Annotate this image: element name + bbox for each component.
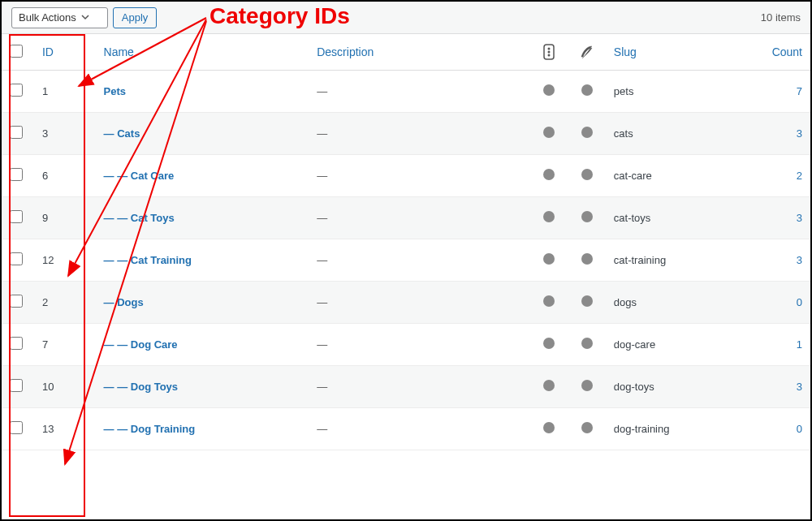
status-dot[interactable] xyxy=(530,408,568,450)
row-count[interactable]: 3 xyxy=(742,197,810,239)
select-all-header[interactable] xyxy=(2,34,34,71)
row-checkbox[interactable] xyxy=(10,337,23,350)
feather-dot[interactable] xyxy=(568,239,606,282)
category-link[interactable]: — — Cat Toys xyxy=(104,212,175,224)
row-count[interactable]: 1 xyxy=(742,324,810,366)
bulk-actions-select[interactable]: Bulk Actions xyxy=(11,7,108,28)
status-dot[interactable] xyxy=(530,282,568,324)
status-dot[interactable] xyxy=(530,366,568,408)
category-link[interactable]: — Dogs xyxy=(104,296,144,308)
apply-button[interactable]: Apply xyxy=(113,7,158,28)
row-checkbox[interactable] xyxy=(10,84,23,97)
row-count[interactable]: 2 xyxy=(742,155,810,197)
row-checkbox[interactable] xyxy=(10,210,23,223)
row-name[interactable]: — — Dog Training xyxy=(96,408,309,450)
row-name[interactable]: — — Dog Toys xyxy=(96,366,309,408)
row-name[interactable]: — — Cat Training xyxy=(96,239,309,282)
row-select[interactable] xyxy=(2,113,34,155)
row-select[interactable] xyxy=(2,197,34,239)
row-select[interactable] xyxy=(2,71,34,113)
row-checkbox[interactable] xyxy=(10,252,23,265)
count-link[interactable]: 0 xyxy=(797,423,802,435)
count-link[interactable]: 3 xyxy=(797,127,802,140)
row-count[interactable]: 0 xyxy=(742,282,810,324)
row-checkbox[interactable] xyxy=(10,126,23,139)
hierarchy-prefix: — — xyxy=(104,381,131,393)
category-link[interactable]: — — Dog Toys xyxy=(104,381,179,393)
count-link[interactable]: 0 xyxy=(797,296,802,308)
category-link[interactable]: Pets xyxy=(104,85,126,97)
category-link[interactable]: — — Cat Training xyxy=(104,254,192,266)
row-select[interactable] xyxy=(2,155,34,197)
row-description: — xyxy=(309,155,530,197)
row-name[interactable]: — — Dog Care xyxy=(96,324,309,366)
row-count[interactable]: 0 xyxy=(742,408,810,450)
row-count[interactable]: 3 xyxy=(742,239,810,282)
header-count[interactable]: Count xyxy=(742,34,810,71)
row-count[interactable]: 7 xyxy=(742,71,810,113)
feather-dot[interactable] xyxy=(568,155,606,197)
feather-dot[interactable] xyxy=(568,71,606,113)
row-select[interactable] xyxy=(2,366,34,408)
status-dot[interactable] xyxy=(530,113,568,155)
row-name[interactable]: — Dogs xyxy=(96,282,309,324)
row-select[interactable] xyxy=(2,239,34,282)
row-name[interactable]: — — Cat Toys xyxy=(96,197,309,239)
count-link[interactable]: 3 xyxy=(797,212,802,224)
row-select[interactable] xyxy=(2,282,34,324)
feather-dot[interactable] xyxy=(568,113,606,155)
row-count[interactable]: 3 xyxy=(742,366,810,408)
category-link[interactable]: — Cats xyxy=(104,127,140,140)
row-name[interactable]: — Cats xyxy=(96,113,309,155)
feather-dot[interactable] xyxy=(568,408,606,450)
circle-icon xyxy=(543,338,555,349)
chevron-down-icon xyxy=(81,11,89,24)
row-name[interactable]: — — Cat Care xyxy=(96,155,309,197)
status-dot[interactable] xyxy=(530,155,568,197)
count-link[interactable]: 3 xyxy=(797,381,802,393)
header-name[interactable]: Name xyxy=(96,34,309,71)
status-dot[interactable] xyxy=(530,239,568,282)
header-description[interactable]: Description xyxy=(309,34,530,71)
status-dot[interactable] xyxy=(530,71,568,113)
status-dot[interactable] xyxy=(530,324,568,366)
header-id[interactable]: ID xyxy=(34,34,96,71)
table-row: 2— Dogs—dogs0 xyxy=(2,282,810,324)
count-link[interactable]: 1 xyxy=(797,338,802,351)
circle-icon xyxy=(581,338,593,349)
feather-dot[interactable] xyxy=(568,282,606,324)
header-status-icon[interactable] xyxy=(530,34,568,71)
row-description: — xyxy=(309,197,530,239)
row-checkbox[interactable] xyxy=(10,421,23,434)
row-slug: dog-care xyxy=(606,324,742,366)
select-all-checkbox[interactable] xyxy=(10,45,23,58)
category-link[interactable]: — — Dog Care xyxy=(104,338,178,351)
row-slug: cat-toys xyxy=(606,197,742,239)
row-checkbox[interactable] xyxy=(10,295,23,308)
row-description: — xyxy=(309,282,530,324)
count-link[interactable]: 3 xyxy=(797,254,802,266)
table-row: 10— — Dog Toys—dog-toys3 xyxy=(2,366,810,408)
count-link[interactable]: 2 xyxy=(797,170,802,182)
category-link[interactable]: — — Dog Training xyxy=(104,423,196,435)
row-count[interactable]: 3 xyxy=(742,113,810,155)
row-name[interactable]: Pets xyxy=(96,71,309,113)
header-feather-icon[interactable] xyxy=(568,34,606,71)
header-slug[interactable]: Slug xyxy=(606,34,742,71)
table-row: 12— — Cat Training—cat-training3 xyxy=(2,239,810,282)
svg-point-3 xyxy=(548,54,551,57)
count-link[interactable]: 7 xyxy=(797,85,802,97)
feather-dot[interactable] xyxy=(568,366,606,408)
circle-icon xyxy=(543,295,555,307)
circle-icon xyxy=(581,295,593,307)
row-checkbox[interactable] xyxy=(10,379,23,392)
feather-dot[interactable] xyxy=(568,197,606,239)
row-select[interactable] xyxy=(2,408,34,450)
row-id: 7 xyxy=(34,324,96,366)
row-checkbox[interactable] xyxy=(10,168,23,181)
row-select[interactable] xyxy=(2,324,34,366)
items-count: 10 items xyxy=(761,11,801,24)
status-dot[interactable] xyxy=(530,197,568,239)
category-link[interactable]: — — Cat Care xyxy=(104,170,175,182)
feather-dot[interactable] xyxy=(568,324,606,366)
